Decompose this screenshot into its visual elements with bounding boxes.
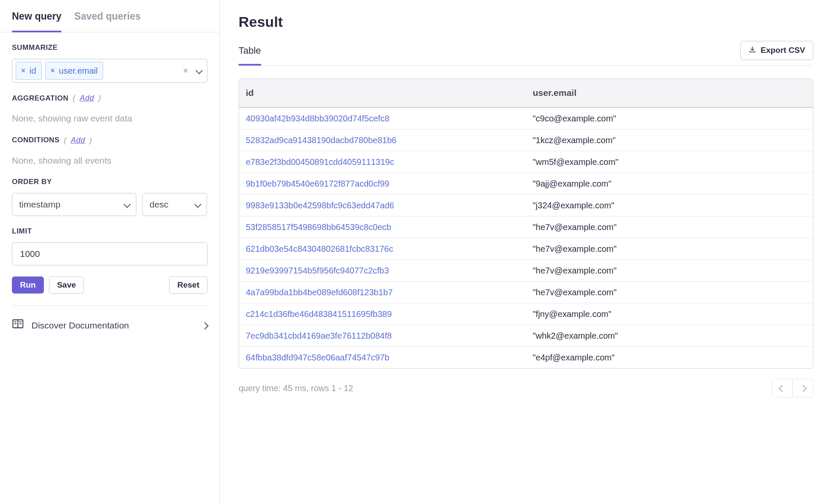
remove-token-icon[interactable]: × <box>51 66 55 75</box>
remove-token-icon[interactable]: × <box>21 66 25 75</box>
documentation-icon <box>12 318 24 333</box>
id-link[interactable]: 40930af42b934d8bb39020d74f5cefc8 <box>246 114 389 123</box>
conditions-value: None, showing all events <box>12 154 207 167</box>
orderby-direction-select[interactable]: desc <box>142 193 207 216</box>
id-link[interactable]: 9983e9133b0e42598bfc9c63edd47ad6 <box>246 201 394 210</box>
cell-id: 53f2858517f5498698bb64539c8c0ecb <box>239 216 526 238</box>
tab-table[interactable]: Table <box>239 40 261 66</box>
chevron-down-icon <box>195 198 200 210</box>
orderby-direction-value: desc <box>150 198 168 210</box>
cell-email: "he7v@example.com" <box>526 216 813 238</box>
id-link[interactable]: 64fbba38dfd947c58e06aaf74547c97b <box>246 353 389 362</box>
orderby-field-select[interactable]: timestamp <box>12 193 136 216</box>
summarize-token: × id <box>16 62 42 80</box>
id-link[interactable]: c214c1d36fbe46d483841511695fb389 <box>246 309 392 319</box>
conditions-add-link[interactable]: Add <box>71 135 85 146</box>
cell-email: "whk2@example.com" <box>526 325 813 346</box>
conditions-label: CONDITIONS (Add) <box>12 135 207 146</box>
discover-documentation-link[interactable]: Discover Documentation <box>12 316 207 334</box>
run-button[interactable]: Run <box>12 276 44 294</box>
table-row: 52832ad9ca91438190dacbd780be81b6"1kcz@ex… <box>239 130 813 151</box>
table-row: 9983e9133b0e42598bfc9c63edd47ad6"j324@ex… <box>239 195 813 216</box>
table-row: c214c1d36fbe46d483841511695fb389"fjny@ex… <box>239 303 813 325</box>
cell-email: "j324@example.com" <box>526 195 813 216</box>
cell-id: c214c1d36fbe46d483841511695fb389 <box>239 303 526 325</box>
id-link[interactable]: 9219e93997154b5f956fc94077c2cfb3 <box>246 266 389 275</box>
cell-email: "he7v@example.com" <box>526 282 813 303</box>
cell-email: "fjny@example.com" <box>526 303 813 325</box>
export-csv-label: Export CSV <box>760 46 805 55</box>
result-panel: Result Table Export CSV id user.email <box>220 0 832 504</box>
summarize-token: × user.email <box>45 62 104 80</box>
conditions-label-text: CONDITIONS <box>12 135 60 145</box>
table-row: 53f2858517f5498698bb64539c8c0ecb"he7v@ex… <box>239 216 813 238</box>
id-link[interactable]: 4a7a99bda1bb4be089efd608f123b1b7 <box>246 288 393 297</box>
column-header-id[interactable]: id <box>239 79 526 107</box>
doc-link-label: Discover Documentation <box>32 319 129 331</box>
table-header: id user.email <box>239 79 813 107</box>
table-row: 621db03e54c84304802681fcbc83176c"he7v@ex… <box>239 238 813 260</box>
limit-label: LIMIT <box>12 226 207 236</box>
clear-all-icon[interactable]: × <box>181 64 190 78</box>
orderby-label: ORDER BY <box>12 177 207 187</box>
result-tabs: Table Export CSV <box>239 40 813 66</box>
download-icon <box>749 46 756 55</box>
id-link[interactable]: 9b1f0eb79b4540e69172f877acd0cf99 <box>246 179 389 188</box>
cell-id: 40930af42b934d8bb39020d74f5cefc8 <box>239 108 526 129</box>
table-row: e783e2f3bd00450891cdd4059111319c"wm5f@ex… <box>239 151 813 173</box>
column-header-email[interactable]: user.email <box>526 79 813 107</box>
action-row: Run Save Reset <box>12 276 207 294</box>
export-csv-button[interactable]: Export CSV <box>740 41 813 60</box>
save-button[interactable]: Save <box>49 276 84 294</box>
result-table: id user.email 40930af42b934d8bb39020d74f… <box>239 78 813 368</box>
id-link[interactable]: 53f2858517f5498698bb64539c8c0ecb <box>246 222 391 232</box>
token-label: user.email <box>59 65 98 77</box>
summarize-input[interactable]: × id × user.email × <box>12 59 207 83</box>
cell-email: "wm5f@example.com" <box>526 151 813 173</box>
token-label: id <box>29 65 36 77</box>
table-row: 7ec9db341cbd4169ae3fe76112b084f8"whk2@ex… <box>239 325 813 347</box>
summarize-label: SUMMARIZE <box>12 43 207 53</box>
cell-id: 7ec9db341cbd4169ae3fe76112b084f8 <box>239 325 526 346</box>
sidebar-tabs: New query Saved queries <box>0 0 219 32</box>
query-sidebar: New query Saved queries SUMMARIZE × id ×… <box>0 0 220 504</box>
cell-email: "e4pf@example.com" <box>526 347 813 368</box>
conditions-section: CONDITIONS (Add) None, showing all event… <box>12 135 207 167</box>
pager-prev-button[interactable] <box>772 379 792 397</box>
id-link[interactable]: e783e2f3bd00450891cdd4059111319c <box>246 157 394 167</box>
table-row: 64fbba38dfd947c58e06aaf74547c97b"e4pf@ex… <box>239 347 813 368</box>
result-title: Result <box>239 12 813 32</box>
cell-id: 621db03e54c84304802681fcbc83176c <box>239 238 526 259</box>
pager <box>772 379 813 397</box>
cell-id: 9983e9133b0e42598bfc9c63edd47ad6 <box>239 195 526 216</box>
cell-id: 9b1f0eb79b4540e69172f877acd0cf99 <box>239 173 526 194</box>
pager-next-button[interactable] <box>792 379 813 397</box>
cell-email: "he7v@example.com" <box>526 238 813 259</box>
cell-email: "9ajj@example.com" <box>526 173 813 194</box>
cell-id: e783e2f3bd00450891cdd4059111319c <box>239 151 526 173</box>
reset-button[interactable]: Reset <box>169 276 207 294</box>
id-link[interactable]: 7ec9db341cbd4169ae3fe76112b084f8 <box>246 331 392 340</box>
chevron-right-icon <box>202 319 207 331</box>
cell-email: "he7v@example.com" <box>526 260 813 281</box>
id-link[interactable]: 621db03e54c84304802681fcbc83176c <box>246 244 393 253</box>
table-row: 9b1f0eb79b4540e69172f877acd0cf99"9ajj@ex… <box>239 173 813 195</box>
tab-new-query[interactable]: New query <box>12 0 61 32</box>
cell-email: "c9co@example.com" <box>526 108 813 129</box>
table-row: 40930af42b934d8bb39020d74f5cefc8"c9co@ex… <box>239 108 813 130</box>
chevron-down-icon <box>124 198 129 210</box>
orderby-field-value: timestamp <box>19 198 60 210</box>
divider <box>12 305 207 306</box>
tab-saved-queries[interactable]: Saved queries <box>74 0 141 32</box>
result-footer: query time: 45 ms, rows 1 - 12 <box>239 379 813 397</box>
aggregation-label-text: AGGREGATION <box>12 93 69 104</box>
query-stats: query time: 45 ms, rows 1 - 12 <box>239 382 353 394</box>
cell-id: 9219e93997154b5f956fc94077c2cfb3 <box>239 260 526 281</box>
aggregation-add-link[interactable]: Add <box>80 93 94 104</box>
id-link[interactable]: 52832ad9ca91438190dacbd780be81b6 <box>246 135 397 145</box>
limit-input[interactable] <box>12 242 207 265</box>
orderby-section: ORDER BY timestamp desc <box>12 177 207 216</box>
cell-id: 4a7a99bda1bb4be089efd608f123b1b7 <box>239 282 526 303</box>
cell-email: "1kcz@example.com" <box>526 130 813 151</box>
chevron-down-icon[interactable] <box>193 65 204 77</box>
